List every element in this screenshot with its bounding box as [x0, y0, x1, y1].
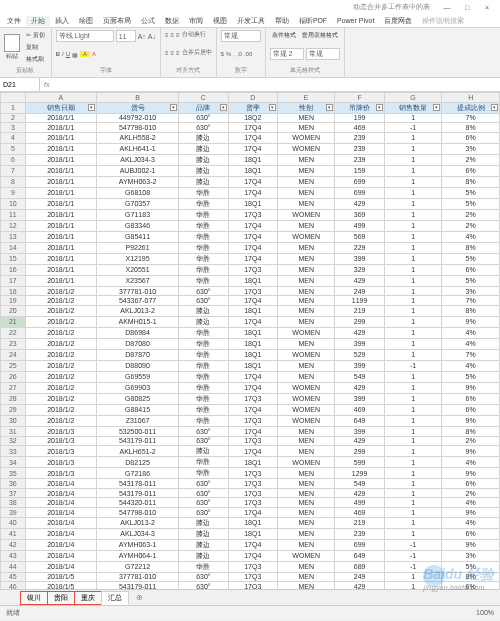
cell[interactable]: 377781-010: [96, 286, 178, 296]
row-header[interactable]: 28: [1, 393, 26, 404]
cell[interactable]: 469: [335, 123, 384, 133]
cell[interactable]: 543367-077: [96, 296, 178, 306]
cell[interactable]: 1: [384, 426, 442, 436]
align-bot-icon[interactable]: ≡: [176, 32, 180, 38]
cell[interactable]: 1: [384, 113, 442, 123]
cell[interactable]: X20551: [96, 264, 178, 275]
cell[interactable]: 华胜: [179, 349, 228, 360]
cell[interactable]: MEN: [277, 275, 335, 286]
cell[interactable]: 239: [335, 143, 384, 154]
cell[interactable]: 1: [384, 143, 442, 154]
maximize-button[interactable]: □: [458, 4, 476, 11]
cell[interactable]: 1: [384, 446, 442, 457]
menu-fupdf[interactable]: 福昕PDF: [294, 16, 332, 26]
cell[interactable]: WOMEN: [277, 550, 335, 561]
comma-icon[interactable]: ,: [233, 51, 235, 57]
cell[interactable]: 630°: [179, 498, 228, 508]
cell[interactable]: G69559: [96, 371, 178, 382]
sheet-tab-summary[interactable]: 汇总: [101, 591, 129, 605]
cell[interactable]: 5%: [442, 253, 500, 264]
cell[interactable]: 2018/1/2: [25, 371, 96, 382]
cell[interactable]: 1: [384, 498, 442, 508]
cell[interactable]: 17Q4: [228, 550, 277, 561]
row-header[interactable]: 2: [1, 113, 26, 123]
cell[interactable]: 547798-010: [96, 507, 178, 517]
menu-layout[interactable]: 页面布局: [98, 16, 136, 26]
cell[interactable]: 6%: [442, 528, 500, 539]
cell[interactable]: 544320-011: [96, 498, 178, 508]
cell[interactable]: AYMH064-1: [96, 550, 178, 561]
row-header[interactable]: 45: [1, 572, 26, 582]
cell[interactable]: G70357: [96, 198, 178, 209]
cell[interactable]: MEN: [277, 264, 335, 275]
cell[interactable]: MEN: [277, 338, 335, 349]
cell[interactable]: 1: [384, 582, 442, 589]
cell[interactable]: 2018/1/2: [25, 327, 96, 338]
menu-formulas[interactable]: 公式: [136, 16, 160, 26]
cell[interactable]: 2%: [442, 220, 500, 231]
cell[interactable]: 2018/1/4: [25, 498, 96, 508]
cell[interactable]: AUBJ002-1: [96, 165, 178, 176]
cell[interactable]: 649: [335, 415, 384, 426]
cell[interactable]: G68108: [96, 187, 178, 198]
filter-dropdown-icon[interactable]: ▾: [326, 104, 333, 111]
cell[interactable]: 1: [384, 165, 442, 176]
cell[interactable]: 219: [335, 517, 384, 528]
col-header-E[interactable]: E: [277, 93, 335, 103]
cell[interactable]: 9%: [442, 468, 500, 479]
cell[interactable]: 2018/1/2: [25, 393, 96, 404]
cell[interactable]: 2018/1/5: [25, 572, 96, 582]
cell[interactable]: 华胜: [179, 231, 228, 242]
cell[interactable]: MEN: [277, 446, 335, 457]
cell[interactable]: 543179-011: [96, 488, 178, 498]
cell[interactable]: AKMH015-1: [96, 316, 178, 327]
cell[interactable]: 4%: [442, 498, 500, 508]
cell[interactable]: WOMEN: [277, 231, 335, 242]
row-header[interactable]: 40: [1, 517, 26, 528]
cell[interactable]: 429: [335, 327, 384, 338]
cell[interactable]: 1: [384, 488, 442, 498]
menu-pivot[interactable]: Power Pivot: [332, 17, 379, 24]
cell[interactable]: 532500-011: [96, 426, 178, 436]
menu-home[interactable]: 开始: [26, 16, 50, 26]
filter-dropdown-icon[interactable]: ▾: [433, 104, 440, 111]
cell[interactable]: MEN: [277, 198, 335, 209]
row-header[interactable]: 14: [1, 242, 26, 253]
menu-dev[interactable]: 开发工具: [232, 16, 270, 26]
cell[interactable]: 膝边: [179, 446, 228, 457]
cell[interactable]: MEN: [277, 426, 335, 436]
cell[interactable]: 9%: [442, 415, 500, 426]
row-header[interactable]: 42: [1, 539, 26, 550]
cell[interactable]: D87080: [96, 338, 178, 349]
row-header[interactable]: 23: [1, 338, 26, 349]
cell[interactable]: 1: [384, 198, 442, 209]
cell[interactable]: 2018/1/4: [25, 550, 96, 561]
col-header-B[interactable]: B: [96, 93, 178, 103]
cell[interactable]: 2018/1/1: [25, 231, 96, 242]
cell[interactable]: 2018/1/1: [25, 165, 96, 176]
row-header[interactable]: 16: [1, 264, 26, 275]
row-header[interactable]: 25: [1, 360, 26, 371]
cell[interactable]: WOMEN: [277, 132, 335, 143]
cell[interactable]: 18Q1: [228, 275, 277, 286]
cell[interactable]: 2018/1/1: [25, 253, 96, 264]
cell[interactable]: 17Q3: [228, 582, 277, 589]
cell[interactable]: WOMEN: [277, 415, 335, 426]
cell[interactable]: 429: [335, 275, 384, 286]
row-header[interactable]: 13: [1, 231, 26, 242]
row-header[interactable]: 36: [1, 479, 26, 489]
as-table-button[interactable]: 套用表格格式: [300, 30, 340, 41]
cell[interactable]: 630°: [179, 572, 228, 582]
row-header[interactable]: 19: [1, 296, 26, 306]
cell[interactable]: 17Q4: [228, 507, 277, 517]
filter-dropdown-icon[interactable]: ▾: [376, 104, 383, 111]
cell[interactable]: MEN: [277, 154, 335, 165]
cell[interactable]: 9%: [442, 382, 500, 393]
cell[interactable]: 8%: [442, 176, 500, 187]
fill-color-button[interactable]: A: [80, 51, 90, 57]
cell[interactable]: 膝边: [179, 176, 228, 187]
style-normal2[interactable]: 常规 2: [270, 48, 304, 60]
table-header[interactable]: 吊牌价▾: [335, 102, 384, 113]
cell[interactable]: 630°: [179, 488, 228, 498]
cell[interactable]: 2018/1/1: [25, 176, 96, 187]
